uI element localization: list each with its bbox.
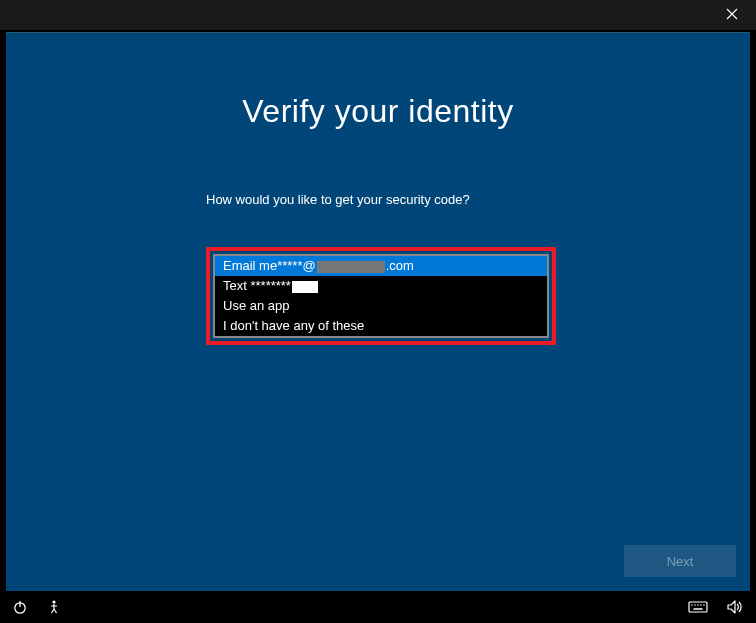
page-title: Verify your identity [6,93,750,130]
redacted-segment [292,281,318,293]
close-icon[interactable] [722,6,742,24]
verification-option-0[interactable]: Email me*****@.com [215,256,547,276]
titlebar [0,0,756,30]
accessibility-icon[interactable] [46,599,62,615]
keyboard-icon[interactable] [688,600,708,614]
next-button[interactable]: Next [624,545,736,577]
redacted-segment [317,261,385,273]
volume-icon[interactable] [726,599,744,615]
verification-option-2[interactable]: Use an app [215,296,547,316]
verification-option-3[interactable]: I don't have any of these [215,316,547,336]
power-icon[interactable] [12,599,28,615]
verification-method-dropdown[interactable]: Email me*****@.comText ********Use an ap… [213,254,549,338]
verification-option-1[interactable]: Text ******** [215,276,547,296]
prompt-text: How would you like to get your security … [206,192,750,207]
footer-tray [0,591,756,623]
svg-point-2 [52,600,55,603]
content-area: Verify your identity How would you like … [6,32,750,591]
svg-rect-3 [689,602,707,612]
verification-method-highlight: Email me*****@.comText ********Use an ap… [206,247,556,345]
